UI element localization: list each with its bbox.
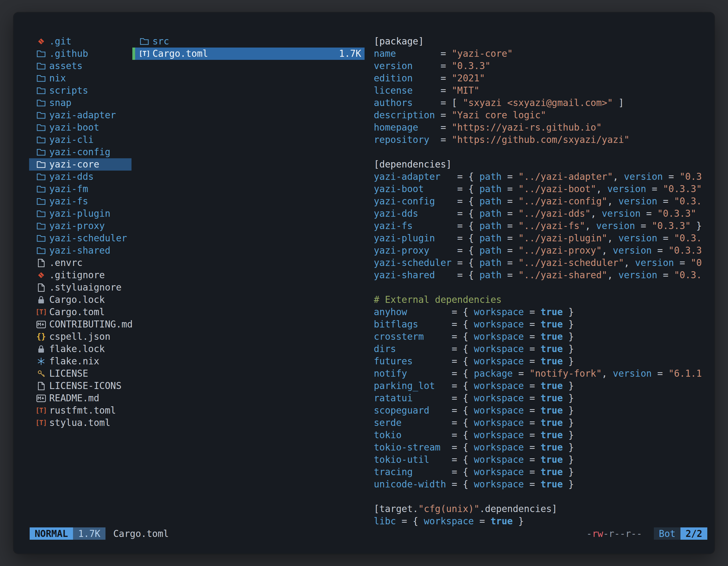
permission-prefix: - [586,528,592,539]
preview-line [374,490,707,503]
preview-line: parking_lot = { workspace = true } [374,380,707,392]
preview-line: repository = "https://github.com/sxyazi/… [374,134,707,146]
file-row-flake.lock[interactable]: flake.lock [29,343,131,355]
file-row-yazi-fs[interactable]: yazi-fs [29,195,131,208]
folder-icon [35,50,48,58]
file-row-yazi-fm[interactable]: yazi-fm [29,183,131,195]
file-row-CONTRIBUTING.md[interactable]: CONTRIBUTING.md [29,318,131,330]
preview-line: yazi-shared = { path = "../yazi-shared",… [374,269,707,281]
preview-line [374,281,707,293]
file-row-yazi-cli[interactable]: yazi-cli [29,134,131,146]
file-row-yazi-core[interactable]: yazi-core [29,158,131,171]
file-label: nix [49,72,66,85]
preview-line [374,146,707,158]
file-row-yazi-adapter[interactable]: yazi-adapter [29,109,131,121]
status-right: -rw-r--r-- Bot 2/2 [586,527,707,540]
preview-line: serde = { workspace = true } [374,417,707,429]
preview-line: futures = { workspace = true } [374,355,707,367]
file-row-LICENSE[interactable]: LICENSE [29,367,131,380]
preview-line: bitflags = { workspace = true } [374,318,707,330]
file-label: yazi-proxy [49,220,105,232]
file-row-Cargo.lock[interactable]: Cargo.lock [29,293,131,306]
file-label: yazi-core [49,158,99,171]
preview-line: name = "yazi-core" [374,48,707,60]
preview-line: # External dependencies [374,293,707,306]
file-row-.envrc[interactable]: .envrc [29,257,131,269]
folder-icon [35,62,48,70]
folder-icon [35,161,48,168]
folder-icon [35,124,48,132]
desktop: { "colors": { "frame_background": "#2d2f… [0,0,728,566]
marked-indicator [132,48,135,60]
file-row-nix[interactable]: nix [29,72,131,85]
preview-line: yazi-fs = { path = "../yazi-fs", version… [374,220,707,232]
preview-line: yazi-config = { path = "../yazi-config",… [374,195,707,208]
file-row-snap[interactable]: snap [29,97,131,109]
file-row-yazi-proxy[interactable]: yazi-proxy [29,220,131,232]
permission-rest: -r--r-- [603,528,642,539]
current-pane: src[T]Cargo.toml1.7K [132,35,365,60]
file-row-Cargo.toml[interactable]: [T]Cargo.toml [29,306,131,318]
file-row-.gitignore[interactable]: .gitignore [29,269,131,281]
file-label: yazi-config [49,146,111,158]
file-label: yazi-fm [49,183,88,195]
preview-line: tokio = { workspace = true } [374,429,707,441]
folder-icon [35,198,48,205]
file-label: Cargo.lock [49,293,105,306]
file-row-yazi-dds[interactable]: yazi-dds [29,171,131,183]
file-row-LICENSE-ICONS[interactable]: LICENSE-ICONS [29,380,131,392]
file-row-Cargo.toml[interactable]: [T]Cargo.toml1.7K [132,48,365,60]
preview-line: edition = "2021" [374,72,707,85]
mode-badge: NORMAL [30,527,73,540]
file-label: rustfmt.toml [49,404,116,417]
file-label: Cargo.toml [152,48,208,60]
file-row-yazi-shared[interactable]: yazi-shared [29,245,131,257]
file-label: yazi-adapter [49,109,116,121]
preview-pane: [package]name = "yazi-core"version = "0.… [374,35,707,527]
file-row-.styluaignore[interactable]: .styluaignore [29,281,131,293]
preview-line: tokio-stream = { workspace = true } [374,441,707,454]
preview-line: yazi-adapter = { path = "../yazi-adapter… [374,171,707,183]
file-row-assets[interactable]: assets [29,60,131,72]
file-label: .git [49,35,71,48]
file-row-yazi-boot[interactable]: yazi-boot [29,121,131,134]
status-filename: Cargo.toml [113,528,169,539]
file-label: flake.nix [49,355,99,367]
file-row-.github[interactable]: .github [29,48,131,60]
scroll-position-badge: Bot [654,527,681,540]
preview-line: yazi-plugin = { path = "../yazi-plugin",… [374,232,707,245]
folder-icon [35,87,48,95]
nix-icon [35,357,48,365]
file-row-scripts[interactable]: scripts [29,85,131,97]
file-row-yazi-scheduler[interactable]: yazi-scheduler [29,232,131,245]
preview-line: crossterm = { workspace = true } [374,330,707,343]
file-row-yazi-plugin[interactable]: yazi-plugin [29,208,131,220]
file-row-yazi-config[interactable]: yazi-config [29,146,131,158]
file-size: 1.7K [339,48,365,60]
markdown-icon [35,394,48,402]
file-row-cspell.json[interactable]: {}cspell.json [29,330,131,343]
folder-icon [35,149,48,156]
preview-line: license = "MIT" [374,85,707,97]
license-icon [35,369,48,378]
file-icon [35,259,48,267]
preview-line: dirs = { workspace = true } [374,343,707,355]
file-row-flake.nix[interactable]: flake.nix [29,355,131,367]
file-row-.git[interactable]: .git [29,35,131,48]
file-row-stylua.toml[interactable]: [T]stylua.toml [29,417,131,429]
file-label: CONTRIBUTING.md [49,318,133,330]
file-label: snap [49,97,71,109]
permission-rw: rw [592,528,603,539]
file-icon [35,382,48,390]
folder-icon [35,112,48,119]
file-row-rustfmt.toml[interactable]: [T]rustfmt.toml [29,404,131,417]
lock-icon [35,345,48,353]
status-bar: NORMAL 1.7K Cargo.toml -rw-r--r-- Bot 2/… [30,527,707,540]
file-label: Cargo.toml [49,306,105,318]
folder-icon [35,235,48,242]
file-row-src[interactable]: src [132,35,365,48]
folder-icon [138,38,151,45]
file-size-badge: 1.7K [73,527,105,540]
file-row-README.md[interactable]: README.md [29,392,131,404]
parent-pane: .git.githubassetsnixscriptssnapyazi-adap… [29,35,131,429]
